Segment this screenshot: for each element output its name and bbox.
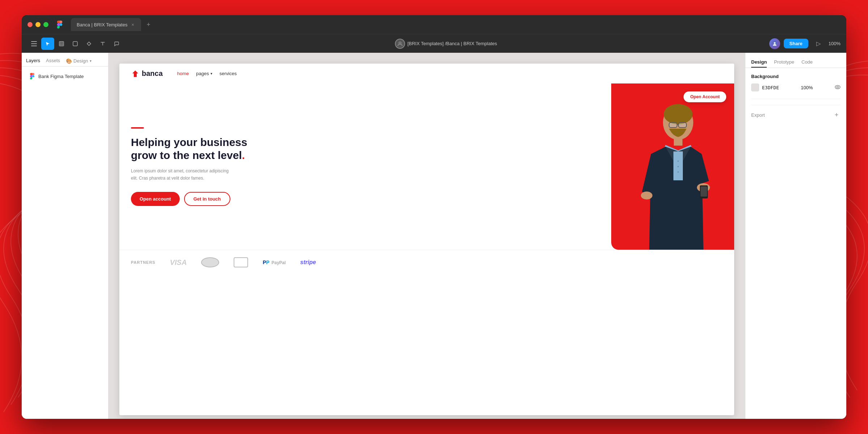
- canvas-area[interactable]: banca home pages ▾ services: [109, 53, 745, 419]
- stripe-logo: stripe: [300, 259, 316, 266]
- website-nav: banca home pages ▾ services: [119, 64, 734, 83]
- person-illustration: [622, 98, 723, 250]
- svg-rect-8: [73, 42, 77, 46]
- export-row: Export +: [751, 111, 841, 119]
- hero-title-line2: grow to the next level: [131, 149, 242, 161]
- banca-brand-name: banca: [142, 69, 163, 78]
- app-window: Banca | BRIX Templates ✕ +: [22, 15, 846, 419]
- svg-point-26: [837, 86, 839, 88]
- right-sidebar-content: Background E3DFDE 100%: [745, 68, 846, 419]
- design-frame: banca home pages ▾ services: [119, 64, 734, 415]
- nav-link-services[interactable]: services: [220, 71, 237, 76]
- svg-rect-2: [31, 46, 37, 46]
- layer-label: Bank Figma Template: [38, 74, 84, 79]
- svg-point-23: [677, 160, 679, 162]
- visibility-toggle-button[interactable]: [835, 85, 841, 90]
- share-button[interactable]: Share: [784, 39, 808, 48]
- nav-links: home pages ▾ services: [177, 71, 237, 76]
- layer-item-bank-template[interactable]: Bank Figma Template: [26, 71, 104, 82]
- svg-rect-1: [31, 43, 37, 44]
- play-button[interactable]: ▷: [812, 38, 825, 50]
- breadcrumb: [BRIX Templates] /Banca | BRIX Templates: [395, 39, 497, 49]
- comment-tool-button[interactable]: [110, 38, 123, 50]
- sidebar-left: Layers Assets 🎨 Design ▾: [22, 53, 109, 419]
- close-button[interactable]: [27, 22, 33, 27]
- nav-link-home[interactable]: home: [177, 71, 189, 76]
- background-color-row: E3DFDE 100%: [751, 83, 841, 91]
- export-label: Export: [751, 112, 765, 118]
- select-tool-button[interactable]: [41, 38, 54, 50]
- oval-logo: [201, 257, 219, 267]
- svg-rect-17: [674, 138, 682, 146]
- background-section: Background E3DFDE 100%: [751, 74, 841, 91]
- sidebar-content: Bank Figma Template: [22, 66, 108, 419]
- background-section-title: Background: [751, 74, 841, 79]
- hero-subtitle: Lorem ipsum dolor sit amet, consectetur …: [131, 168, 232, 181]
- svg-rect-20: [701, 186, 707, 197]
- code-tab[interactable]: Code: [801, 57, 813, 68]
- visa-logo: VISA: [170, 258, 187, 267]
- traffic-lights: [27, 22, 48, 27]
- background-color-value: E3DFDE: [762, 85, 779, 90]
- tab-title: Banca | BRIX Templates: [77, 22, 127, 27]
- hero-buttons: Open account Get in touch: [131, 192, 600, 206]
- svg-point-21: [641, 192, 652, 199]
- main-content: Layers Assets 🎨 Design ▾: [22, 53, 846, 419]
- toolbar-right: Share ▷ 100%: [769, 38, 841, 50]
- open-account-button[interactable]: Open account: [131, 192, 180, 206]
- assets-tab[interactable]: Assets: [46, 56, 60, 66]
- zoom-level[interactable]: 100%: [829, 41, 841, 46]
- toolbar: [BRIX Templates] /Banca | BRIX Templates…: [22, 34, 846, 53]
- text-tool-button[interactable]: [96, 38, 109, 50]
- svg-rect-3: [59, 42, 64, 46]
- export-add-button[interactable]: +: [833, 111, 841, 119]
- hero-title-line1: Helping your business: [131, 136, 247, 148]
- hero-title-dot: .: [242, 149, 245, 161]
- tab-bar: Banca | BRIX Templates ✕ +: [68, 18, 841, 31]
- pen-tool-button[interactable]: [82, 38, 95, 50]
- minimize-button[interactable]: [35, 22, 41, 27]
- new-tab-button[interactable]: +: [143, 20, 153, 30]
- figma-f-small-icon: [29, 73, 35, 80]
- menu-button[interactable]: [27, 38, 41, 50]
- sidebar-tabs: Layers Assets 🎨 Design ▾: [22, 53, 108, 66]
- design-tab-left[interactable]: 🎨 Design ▾: [66, 56, 91, 66]
- layers-tab[interactable]: Layers: [26, 56, 40, 66]
- background-color-swatch[interactable]: [751, 83, 759, 91]
- svg-point-11: [774, 42, 775, 44]
- breadcrumb-text: [BRIX Templates] /Banca | BRIX Templates: [407, 41, 497, 46]
- prototype-tab[interactable]: Prototype: [774, 57, 794, 68]
- banca-logo: banca: [131, 69, 163, 78]
- shape-tool-button[interactable]: [69, 38, 82, 50]
- partners-section: PARTNERS VISA PP PayPal stripe: [119, 250, 734, 275]
- toolbar-center: [BRIX Templates] /Banca | BRIX Templates: [124, 39, 768, 49]
- svg-point-13: [664, 104, 693, 124]
- nav-link-pages[interactable]: pages ▾: [196, 71, 212, 76]
- hero-accent-line: [131, 127, 144, 129]
- svg-rect-0: [31, 41, 37, 42]
- svg-point-25: [677, 171, 679, 173]
- tab-close-icon[interactable]: ✕: [130, 22, 135, 27]
- svg-rect-15: [678, 123, 686, 128]
- active-tab[interactable]: Banca | BRIX Templates ✕: [71, 18, 141, 31]
- design-tab-right[interactable]: Design: [751, 57, 767, 68]
- multiplayer-avatar: [769, 38, 780, 49]
- user-avatar: [395, 39, 405, 49]
- card-logo: [234, 257, 248, 267]
- hero-section: Helping your business grow to the next l…: [119, 83, 734, 250]
- frame-tool-button[interactable]: [55, 38, 68, 50]
- paypal-logo: PP PayPal: [263, 259, 286, 265]
- banca-logo-icon: [131, 70, 140, 78]
- sidebar-right: Design Prototype Code Background E3DFDE …: [745, 53, 846, 419]
- svg-point-24: [677, 166, 679, 167]
- figma-icon: [56, 21, 64, 29]
- fullscreen-button[interactable]: [43, 22, 48, 27]
- partners-label: PARTNERS: [131, 260, 156, 265]
- right-sidebar-tabs: Design Prototype Code: [745, 53, 846, 68]
- get-in-touch-button[interactable]: Get in touch: [184, 192, 230, 206]
- export-section: Export +: [751, 105, 841, 119]
- toolbar-tools-left: [27, 38, 123, 50]
- hero-title: Helping your business grow to the next l…: [131, 136, 600, 162]
- separator: [751, 99, 841, 99]
- hero-left: Helping your business grow to the next l…: [119, 83, 611, 250]
